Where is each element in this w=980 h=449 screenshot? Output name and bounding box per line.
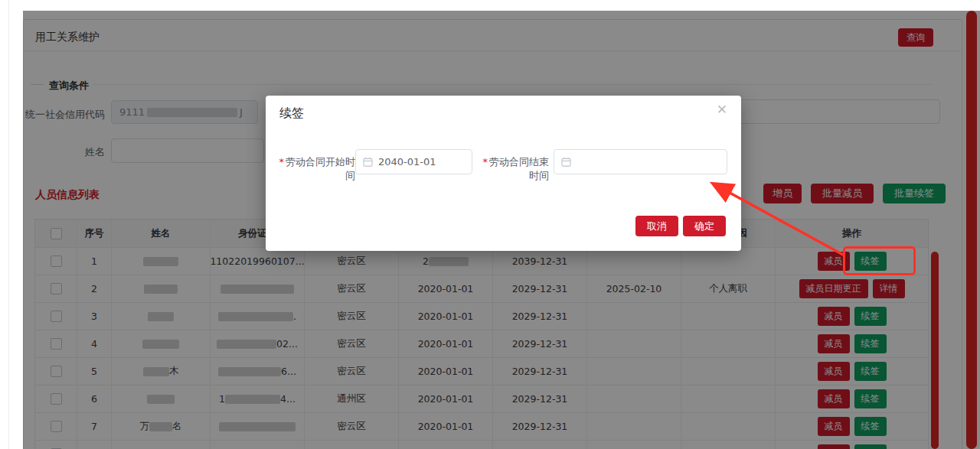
calendar-icon bbox=[561, 157, 571, 167]
contract-start-value: 2040-01-01 bbox=[378, 156, 436, 168]
cancel-button[interactable]: 取消 bbox=[635, 216, 678, 236]
contract-start-label: *劳动合同开始时间 bbox=[274, 155, 355, 183]
required-asterisk: * bbox=[483, 156, 488, 168]
page-left-rule bbox=[8, 0, 9, 449]
contract-end-input[interactable] bbox=[554, 149, 727, 174]
renew-modal: 续签 ✕ *劳动合同开始时间 2040-01-01 *劳动合同结束时间 取消 确… bbox=[266, 96, 741, 251]
highlight-rectangle bbox=[843, 246, 916, 275]
required-asterisk: * bbox=[279, 156, 285, 168]
contract-start-input[interactable]: 2040-01-01 bbox=[355, 149, 472, 174]
close-icon[interactable]: ✕ bbox=[717, 103, 727, 116]
modal-title: 续签 bbox=[279, 106, 304, 122]
confirm-button[interactable]: 确定 bbox=[683, 216, 726, 236]
contract-end-label: *劳动合同结束时间 bbox=[474, 155, 549, 183]
calendar-icon bbox=[363, 157, 373, 167]
